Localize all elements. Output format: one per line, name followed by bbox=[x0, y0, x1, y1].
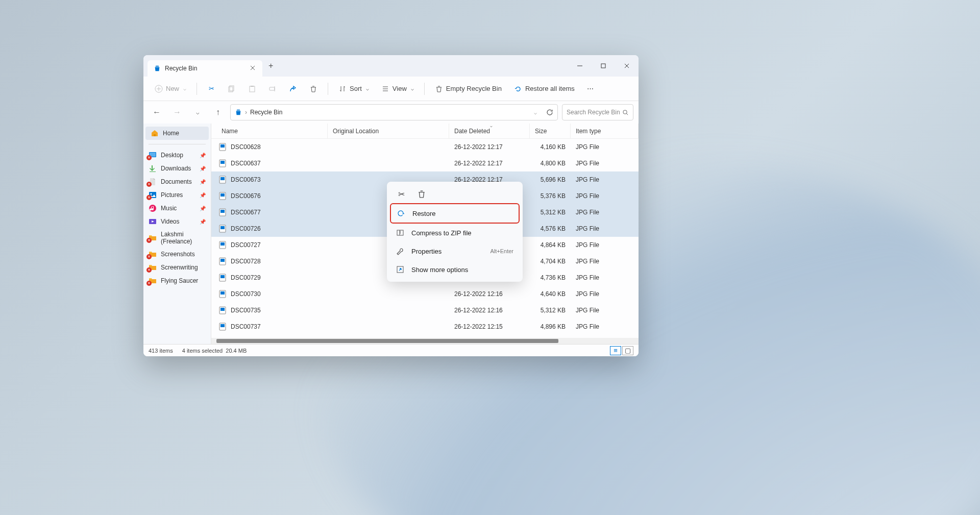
view-button[interactable]: View ⌵ bbox=[376, 82, 419, 96]
column-size[interactable]: Size bbox=[530, 124, 571, 138]
restore-all-button[interactable]: Restore all items bbox=[509, 82, 580, 96]
svg-rect-27 bbox=[220, 242, 225, 246]
jpg-file-icon bbox=[218, 323, 227, 331]
back-button[interactable]: ← bbox=[149, 104, 165, 120]
navbar: ← → ⌵ ↑ › Recycle Bin ⌵ Search Recycle B… bbox=[143, 101, 639, 124]
ctx-delete-button[interactable] bbox=[415, 188, 428, 200]
paste-button[interactable] bbox=[243, 82, 261, 96]
search-placeholder: Search Recycle Bin bbox=[567, 109, 620, 116]
undo-icon bbox=[397, 209, 405, 217]
ctx-restore[interactable]: Restore bbox=[390, 203, 520, 224]
svg-rect-31 bbox=[220, 275, 225, 278]
svg-point-12 bbox=[149, 205, 156, 212]
new-tab-button[interactable]: + bbox=[268, 61, 273, 70]
sidebar-item-desktop[interactable]: ✕Desktop📌 bbox=[143, 149, 211, 162]
cut-button[interactable]: ✂ bbox=[202, 82, 220, 96]
refresh-button[interactable] bbox=[546, 109, 553, 116]
details-view-toggle[interactable]: ≡ bbox=[610, 346, 621, 355]
copy-icon bbox=[228, 85, 236, 93]
sync-error-badge: ✕ bbox=[146, 182, 152, 187]
column-original[interactable]: Original Location bbox=[328, 124, 449, 138]
jpg-file-icon bbox=[218, 192, 227, 200]
column-name[interactable]: Name bbox=[211, 124, 328, 138]
ctx-properties[interactable]: Properties Alt+Enter bbox=[390, 242, 520, 260]
svg-rect-15 bbox=[220, 144, 225, 148]
sidebar-item-pictures[interactable]: ✕Pictures📌 bbox=[143, 188, 211, 202]
sidebar-item-screenshots[interactable]: ✕Screenshots bbox=[143, 248, 211, 261]
sync-error-badge: ✕ bbox=[146, 267, 152, 273]
icons-view-toggle[interactable]: ▢ bbox=[622, 346, 633, 355]
home-icon bbox=[151, 129, 159, 137]
file-row[interactable]: DSC0073726-12-2022 12:154,896 KBJPG File bbox=[211, 318, 639, 335]
close-button[interactable] bbox=[615, 58, 639, 74]
column-type[interactable]: Item type bbox=[571, 124, 639, 138]
empty-recycle-bin-button[interactable]: Empty Recycle Bin bbox=[430, 82, 507, 96]
svg-rect-29 bbox=[220, 259, 225, 262]
videos-icon bbox=[149, 217, 157, 226]
svg-point-11 bbox=[151, 193, 152, 195]
sidebar-item-music[interactable]: Music📌 bbox=[143, 202, 211, 215]
more-options-button[interactable]: ⋯ bbox=[582, 82, 599, 95]
pin-icon: 📌 bbox=[200, 179, 206, 185]
svg-rect-17 bbox=[220, 161, 225, 164]
trash-icon bbox=[309, 85, 317, 93]
jpg-file-icon bbox=[218, 306, 227, 314]
jpg-file-icon bbox=[218, 290, 227, 298]
file-row[interactable]: DSC0062826-12-2022 12:174,160 KBJPG File bbox=[211, 139, 639, 155]
sync-error-badge: ✕ bbox=[146, 281, 152, 286]
recent-button[interactable]: ⌵ bbox=[189, 104, 206, 120]
horizontal-scrollbar[interactable] bbox=[211, 338, 639, 344]
sidebar-item-home[interactable]: Home bbox=[145, 127, 209, 140]
ctx-compress[interactable]: Compress to ZIP file bbox=[390, 224, 520, 242]
file-row[interactable]: DSC0063726-12-2022 12:174,800 KBJPG File bbox=[211, 155, 639, 171]
copy-button[interactable] bbox=[223, 82, 241, 96]
svg-rect-5 bbox=[251, 86, 254, 87]
sidebar-item-documents[interactable]: ✕Documents📌 bbox=[143, 175, 211, 188]
ctx-more-options[interactable]: Show more options bbox=[390, 260, 520, 279]
search-box[interactable]: Search Recycle Bin bbox=[562, 104, 633, 120]
chevron-down-icon[interactable]: ⌵ bbox=[534, 110, 537, 115]
sidebar-item-screenwriting[interactable]: ✕Screenwriting bbox=[143, 261, 211, 274]
close-tab-icon[interactable] bbox=[250, 65, 256, 71]
share-button[interactable] bbox=[284, 82, 302, 96]
file-row[interactable]: DSC0073526-12-2022 12:165,312 KBJPG File bbox=[211, 302, 639, 318]
ctx-cut-button[interactable]: ✂ bbox=[395, 188, 407, 200]
pin-icon: 📌 bbox=[200, 153, 206, 158]
pin-icon: 📌 bbox=[200, 192, 206, 198]
recycle-bin-icon bbox=[154, 65, 161, 72]
titlebar: Recycle Bin + bbox=[143, 55, 639, 77]
statusbar: 413 items 4 items selected 20.4 MB ≡ ▢ bbox=[143, 344, 639, 356]
sidebar-item-flying-saucer[interactable]: ✕Flying Saucer bbox=[143, 274, 211, 287]
window-tab[interactable]: Recycle Bin bbox=[148, 60, 262, 77]
window-controls bbox=[568, 58, 639, 74]
column-date[interactable]: Date Deleted⌵ bbox=[449, 124, 530, 138]
file-row[interactable]: DSC0073026-12-2022 12:164,640 KBJPG File bbox=[211, 286, 639, 302]
svg-rect-21 bbox=[220, 193, 225, 197]
zip-icon bbox=[396, 229, 404, 237]
svg-rect-6 bbox=[270, 87, 275, 90]
jpg-file-icon bbox=[218, 143, 227, 151]
sidebar-item-videos[interactable]: Videos📌 bbox=[143, 215, 211, 228]
breadcrumb-location[interactable]: Recycle Bin bbox=[250, 109, 282, 116]
svg-rect-0 bbox=[601, 64, 605, 68]
item-count: 413 items bbox=[149, 348, 173, 354]
up-button[interactable]: ↑ bbox=[210, 104, 226, 120]
address-bar[interactable]: › Recycle Bin ⌵ bbox=[230, 104, 558, 120]
new-button[interactable]: New ⌵ bbox=[150, 82, 191, 96]
rename-icon bbox=[268, 85, 277, 93]
sidebar-item-lakshmi-(freelance)[interactable]: ✕Lakshmi (Freelance) bbox=[143, 228, 211, 248]
minimize-button[interactable] bbox=[568, 58, 592, 74]
ellipsis-icon: ⋯ bbox=[587, 85, 594, 92]
delete-button[interactable] bbox=[304, 82, 323, 96]
sort-button[interactable]: Sort ⌵ bbox=[333, 82, 374, 96]
sidebar-item-downloads[interactable]: Downloads📌 bbox=[143, 162, 211, 175]
chevron-down-icon: ⌵ bbox=[366, 86, 369, 91]
pin-icon: 📌 bbox=[200, 206, 206, 211]
rename-button[interactable] bbox=[263, 82, 282, 96]
sync-error-badge: ✕ bbox=[146, 238, 152, 243]
maximize-button[interactable] bbox=[592, 58, 615, 74]
svg-rect-33 bbox=[220, 291, 225, 295]
column-headers: Name Original Location Date Deleted⌵ Siz… bbox=[211, 124, 639, 139]
sidebar: Home ✕Desktop📌Downloads📌✕Documents📌✕Pict… bbox=[143, 124, 211, 344]
forward-button[interactable]: → bbox=[169, 104, 185, 120]
